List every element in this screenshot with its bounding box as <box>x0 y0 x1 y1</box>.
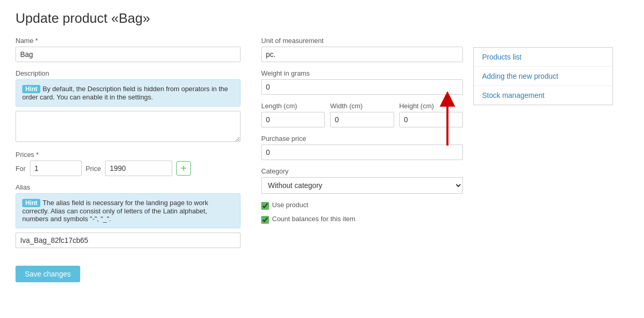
sidebar-item-stock-management[interactable]: Stock management <box>474 86 612 105</box>
weight-label: Weight in grams <box>261 69 463 77</box>
use-product-label: Use product <box>272 201 308 209</box>
description-hint-box: HintBy default, the Description field is… <box>16 79 241 107</box>
unit-input[interactable] <box>261 47 463 62</box>
count-balances-checkbox[interactable] <box>261 216 269 224</box>
alias-hint-box: HintThe alias field is necessary for the… <box>16 193 241 228</box>
save-changes-button[interactable]: Save changes <box>16 266 80 282</box>
sidebar-item-adding-new-product[interactable]: Adding the new product <box>474 67 612 86</box>
description-label: Description <box>16 69 241 77</box>
price-input[interactable] <box>105 161 172 176</box>
alias-input[interactable] <box>16 233 241 248</box>
description-hint-text: By default, the Description field is hid… <box>22 85 228 101</box>
sidebar-nav: Products list Adding the new product Sto… <box>473 47 613 105</box>
prices-label: Prices * <box>16 151 241 158</box>
name-label: Name * <box>16 37 241 45</box>
width-label: Width (cm) <box>330 102 394 110</box>
width-input[interactable] <box>330 112 394 127</box>
length-input[interactable] <box>261 112 325 127</box>
svg-marker-1 <box>440 91 455 107</box>
hint-badge: Hint <box>22 85 40 93</box>
alias-label: Alias <box>16 183 241 191</box>
category-select[interactable]: Without category <box>261 177 463 194</box>
alias-hint-badge: Hint <box>22 199 40 207</box>
length-label: Length (cm) <box>261 102 325 110</box>
use-product-checkbox[interactable] <box>261 202 269 210</box>
price-label: Price <box>86 165 101 172</box>
for-label: For <box>16 165 26 172</box>
name-input[interactable] <box>16 47 241 62</box>
page-title: Update product «Bag» <box>16 10 628 26</box>
add-price-button[interactable]: + <box>176 161 191 176</box>
for-input[interactable] <box>30 161 82 176</box>
description-input[interactable] <box>16 111 241 142</box>
count-balances-label: Count balances for this item <box>272 215 355 223</box>
unit-label: Unit of measurement <box>261 37 463 45</box>
alias-hint-text: The alias field is necessary for the lan… <box>22 199 208 223</box>
category-label: Category <box>261 167 463 175</box>
sidebar-item-products-list[interactable]: Products list <box>474 48 612 67</box>
arrow-indicator <box>432 89 463 152</box>
